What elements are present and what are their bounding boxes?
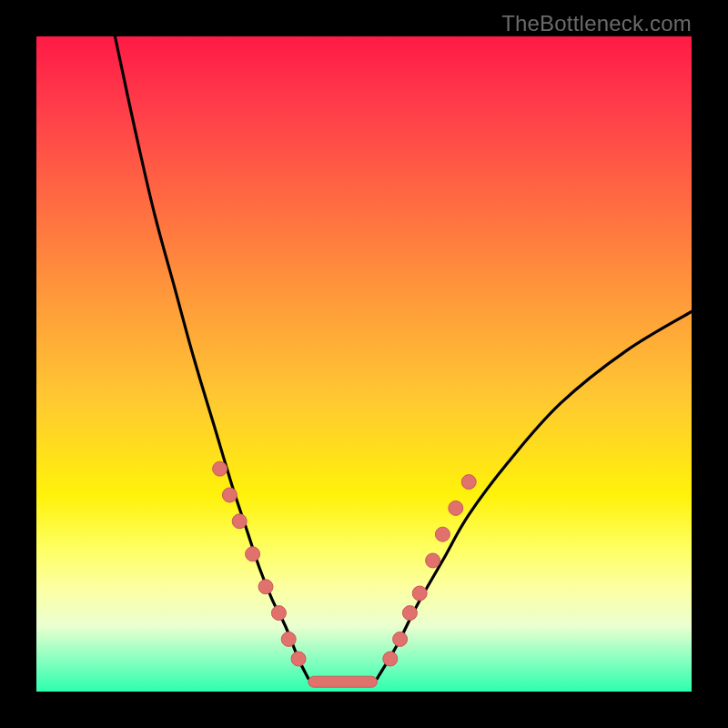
data-point	[449, 500, 463, 515]
data-point	[222, 488, 237, 502]
data-point	[383, 652, 398, 666]
data-point	[461, 475, 476, 490]
data-point	[402, 606, 417, 621]
attribution-label: TheBottleneck.com	[501, 11, 692, 36]
dots-right	[383, 475, 476, 666]
data-point	[393, 632, 408, 646]
data-point	[246, 547, 260, 561]
data-point	[426, 553, 440, 568]
data-point	[232, 514, 247, 529]
data-point	[281, 632, 296, 646]
data-point	[435, 527, 450, 541]
data-point	[258, 580, 273, 594]
data-point	[291, 652, 306, 666]
left-curve	[115, 36, 308, 679]
data-point	[213, 461, 228, 476]
plot-area	[36, 36, 692, 692]
chart-svg	[36, 36, 692, 692]
data-point	[271, 606, 286, 621]
baseline-segment	[308, 676, 378, 687]
right-curve	[377, 311, 692, 678]
data-point	[412, 586, 427, 601]
chart-frame: TheBottleneck.com	[0, 0, 728, 728]
